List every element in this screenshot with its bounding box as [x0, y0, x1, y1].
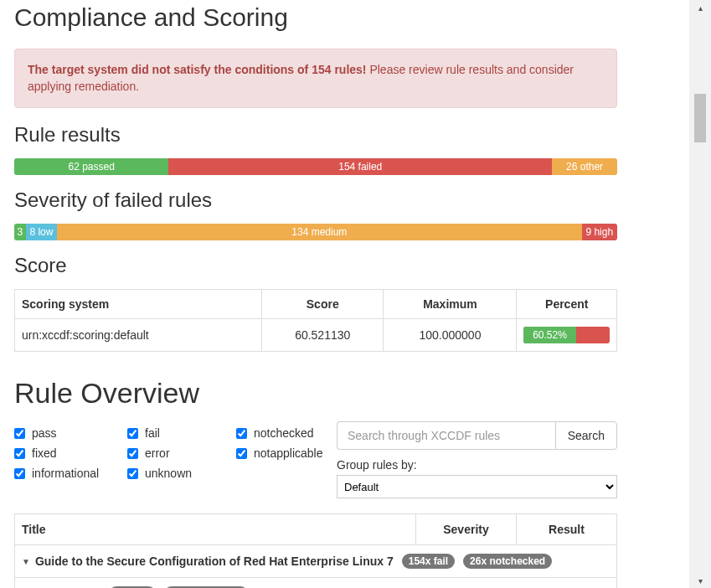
score-col-score: Score [262, 290, 384, 319]
score-col-system: Scoring system [15, 290, 262, 319]
rules-tree-row-0[interactable]: ▼ Guide to the Secure Configuration of R… [15, 545, 617, 578]
score-percent-cell: 60.52% [517, 319, 617, 352]
rule-results-other-seg: 26 other [552, 158, 617, 175]
scrollbar-thumb[interactable] [694, 94, 706, 142]
score-percent-bar: 60.52% [523, 327, 610, 343]
search-button[interactable]: Search [555, 421, 617, 450]
filter-notchecked-checkbox[interactable] [236, 428, 247, 439]
filter-informational-checkbox[interactable] [14, 468, 25, 479]
badge-notchecked: 26x notchecked [463, 554, 552, 569]
filter-pass[interactable]: pass [14, 426, 119, 440]
score-system-value: urn:xccdf:scoring:default [15, 319, 262, 352]
heading-score: Score [14, 254, 617, 277]
alert-strong-text: The target system did not satisfy the co… [28, 63, 367, 76]
score-col-percent: Percent [517, 290, 617, 319]
heading-severity: Severity of failed rules [14, 188, 617, 212]
filter-unknown-checkbox[interactable] [127, 468, 138, 479]
rule-results-bar: 62 passed 154 failed 26 other [14, 158, 617, 175]
search-group: Search [337, 421, 617, 450]
filter-notapplicable[interactable]: notapplicable [236, 446, 337, 460]
chevron-down-icon: ▼ [22, 557, 30, 566]
filter-unknown[interactable]: unknown [127, 467, 228, 480]
severity-medium-seg: 134 medium [57, 224, 581, 240]
group-by-label: Group rules by: [337, 458, 617, 472]
severity-other-seg: 3 [14, 224, 26, 240]
alert-failed-rules: The target system did not satisfy the co… [14, 49, 617, 108]
score-row: urn:xccdf:scoring:default 60.521130 100.… [15, 319, 617, 352]
filter-fixed[interactable]: fixed [14, 446, 119, 460]
filter-fail-checkbox[interactable] [127, 428, 138, 439]
filter-informational[interactable]: informational [14, 467, 119, 480]
rule-results-failed-seg: 154 failed [168, 158, 552, 175]
rules-row-title: Guide to the Secure Configuration of Red… [35, 554, 394, 568]
filter-notchecked[interactable]: notchecked [236, 426, 337, 440]
score-col-max: Maximum [384, 290, 517, 319]
rules-col-result: Result [517, 514, 617, 545]
filter-fail[interactable]: fail [127, 426, 228, 440]
vertical-scrollbar[interactable]: ▴ ▾ [689, 0, 711, 588]
rule-results-passed-seg: 62 passed [14, 158, 168, 175]
severity-low-seg: 8 low [26, 224, 57, 240]
rules-tree-row-1[interactable]: ▼ Services 18x fail 2x notchecked [15, 578, 617, 588]
filter-row: pass fixed informational fail error unkn… [14, 421, 617, 498]
rules-table: Title Severity Result ▼ Guide to the Sec… [14, 513, 617, 588]
scrollbar-arrow-up-icon[interactable]: ▴ [689, 0, 711, 15]
severity-bar: 3 8 low 134 medium 9 high [14, 224, 617, 240]
score-value: 60.521130 [262, 319, 384, 352]
score-max-value: 100.000000 [384, 319, 517, 352]
severity-high-seg: 9 high [582, 224, 617, 240]
filter-fixed-checkbox[interactable] [14, 448, 25, 459]
main-scroll-area[interactable]: Compliance and Scoring The target system… [0, 0, 689, 588]
rules-col-title: Title [15, 514, 416, 545]
rules-col-severity: Severity [416, 514, 517, 545]
search-input[interactable] [337, 421, 555, 450]
badge-fail: 154x fail [402, 554, 455, 569]
filter-error-checkbox[interactable] [127, 448, 138, 459]
scrollbar-arrow-down-icon[interactable]: ▾ [689, 573, 711, 588]
score-percent-fill: 60.52% [523, 327, 575, 343]
filter-notapplicable-checkbox[interactable] [236, 448, 247, 459]
score-table: Scoring system Score Maximum Percent urn… [14, 289, 617, 352]
filter-pass-checkbox[interactable] [14, 428, 25, 439]
filter-error[interactable]: error [127, 446, 228, 460]
heading-rule-results: Rule results [14, 123, 617, 147]
group-by-select[interactable]: Default [337, 475, 617, 498]
heading-rule-overview: Rule Overview [14, 377, 617, 410]
heading-compliance: Compliance and Scoring [14, 3, 617, 32]
